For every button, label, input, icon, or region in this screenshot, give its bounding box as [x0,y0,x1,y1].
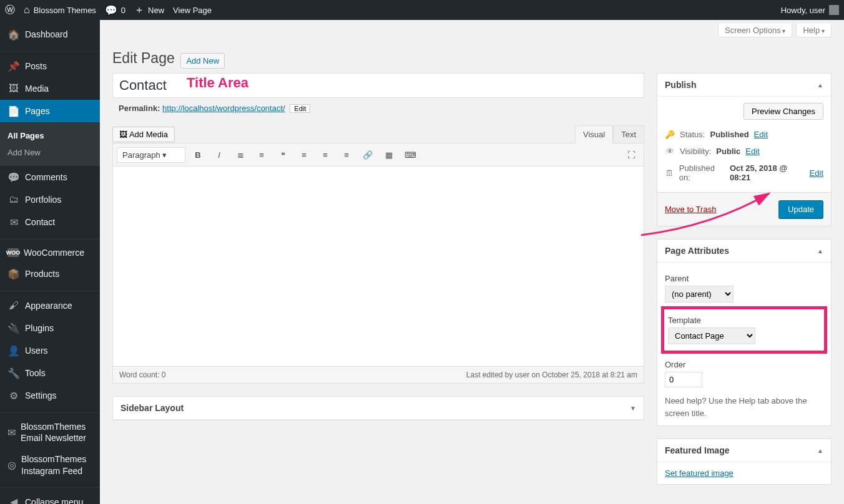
help-tab[interactable]: Help [796,24,832,37]
chevron-up-icon: ▲ [817,82,823,89]
mail-icon: ✉ [7,216,20,228]
sidebar-layout-metabox: Sidebar Layout ▼ [112,396,644,420]
italic-button[interactable]: I [210,146,228,163]
menu-pages[interactable]: 📄Pages [0,100,100,122]
menu-blossom-newsletter[interactable]: ✉BlossomThemes Email Newsletter [0,416,100,448]
admin-sidebar: 🏠Dashboard 📌Posts 🖼Media 📄Pages All Page… [0,20,100,504]
publish-metabox: Publish ▲ Preview Changes 🔑 Status: Publ… [657,73,832,226]
parent-select[interactable]: (no parent) [665,286,734,303]
plug-icon: 🔌 [7,322,20,334]
page-title: Edit Page [112,50,175,67]
publish-visibility-row: 👁 Visibility: Public Edit [665,143,823,160]
preview-changes-button[interactable]: Preview Changes [743,103,823,120]
parent-label: Parent [665,274,823,283]
woo-icon: WOO [7,248,19,257]
blockquote-button[interactable]: ❝ [274,146,292,163]
permalink-edit-button[interactable]: Edit [290,104,310,113]
collapse-icon: ◀ [7,496,20,504]
portfolio-icon: 🗂 [7,193,20,206]
package-icon: 📦 [7,268,20,280]
submenu-pages: All Pages Add New [0,122,100,166]
read-more-button[interactable]: ▦ [380,146,398,163]
update-button[interactable]: Update [778,200,823,218]
editor-tab-text[interactable]: Text [613,125,644,143]
editor-tab-visual[interactable]: Visual [575,125,613,143]
avatar [829,5,839,15]
wp-logo[interactable]: ⓦ [5,4,15,17]
screen-options-tab[interactable]: Screen Options [718,24,792,37]
menu-plugins[interactable]: 🔌Plugins [0,317,100,339]
set-featured-image-link[interactable]: Set featured image [665,468,734,478]
view-page-link[interactable]: View Page [173,6,212,15]
publish-status-row: 🔑 Status: Published Edit [665,126,823,143]
submenu-all-pages[interactable]: All Pages [0,127,100,144]
template-highlight: Template Contact Page [661,306,827,354]
menu-tools[interactable]: 🔧Tools [0,362,100,384]
move-to-trash-link[interactable]: Move to Trash [665,205,716,214]
align-left-button[interactable]: ≡ [295,146,313,163]
menu-contact[interactable]: ✉Contact [0,211,100,233]
submenu-add-new[interactable]: Add New [0,144,100,161]
menu-media[interactable]: 🖼Media [0,77,100,100]
comments-link[interactable]: 💬0 [105,4,125,16]
link-button[interactable]: 🔗 [359,146,376,163]
newsletter-icon: ✉ [7,426,16,439]
title-wrap: Title Area [112,73,644,98]
user-greeting[interactable]: Howdy, user [781,5,839,15]
menu-products[interactable]: 📦Products [0,263,100,285]
menu-posts[interactable]: 📌Posts [0,55,100,77]
new-content-link[interactable]: ＋New [134,4,164,17]
new-label: New [148,6,164,15]
instagram-icon: ◎ [7,459,16,472]
admin-bar: ⓦ ⌂Blossom Themes 💬0 ＋New View Page Howd… [0,0,844,20]
menu-portfolios[interactable]: 🗂Portfolios [0,188,100,211]
featured-image-head[interactable]: Featured Image ▲ [657,439,831,462]
publish-head[interactable]: Publish ▲ [657,74,831,97]
menu-comments[interactable]: 💬Comments [0,166,100,188]
home-icon: ⌂ [24,4,30,16]
eye-icon: 👁 [665,147,675,156]
bold-button[interactable]: B [189,146,207,163]
comment-icon: 💬 [7,171,20,183]
order-input[interactable] [665,372,702,387]
editor-status: Word count: 0 Last edited by user on Oct… [113,366,644,383]
gear-icon: ⚙ [7,389,20,402]
menu-woocommerce[interactable]: WOOWooCommerce [0,243,100,263]
template-select[interactable]: Contact Page [668,327,755,344]
menu-appearance[interactable]: 🖌Appearance [0,294,100,317]
toolbar-toggle-button[interactable]: ⌨ [401,146,419,163]
wrench-icon: 🔧 [7,367,20,379]
format-select[interactable]: Paragraph ▾ [117,147,185,163]
bullet-list-button[interactable]: ≣ [232,146,249,163]
edit-date-link[interactable]: Edit [810,168,823,178]
editor-content[interactable] [113,167,644,366]
add-new-button[interactable]: Add New [180,53,225,69]
align-right-button[interactable]: ≡ [338,146,355,163]
page-attributes-head[interactable]: Page Attributes ▲ [657,240,831,263]
sidebar-layout-head[interactable]: Sidebar Layout ▼ [113,397,644,420]
menu-collapse[interactable]: ◀Collapse menu [0,491,100,504]
key-icon: 🔑 [665,130,675,139]
edit-visibility-link[interactable]: Edit [745,147,759,156]
edit-status-link[interactable]: Edit [754,130,768,139]
add-media-button[interactable]: 🖼 Add Media [112,127,175,142]
align-center-button[interactable]: ≡ [316,146,334,163]
menu-dashboard[interactable]: 🏠Dashboard [0,23,100,46]
site-name-link[interactable]: ⌂Blossom Themes [24,4,96,16]
permalink-row: Permalink: http://localhost/wordpress/co… [112,101,644,120]
attributes-help-text: Need help? Use the Help tab above the sc… [665,395,823,419]
word-count: Word count: 0 [119,371,165,379]
page-icon: 📄 [7,105,20,117]
permalink-link[interactable]: http://localhost/wordpress/contact/ [162,104,285,113]
menu-users[interactable]: 👤Users [0,339,100,362]
order-label: Order [665,360,823,369]
numbered-list-button[interactable]: ≡ [253,146,270,163]
fullscreen-button[interactable]: ⛶ [622,146,640,163]
menu-blossom-instagram[interactable]: ◎BlossomThemes Instagram Feed [0,448,100,481]
calendar-icon: 🗓 [665,168,674,178]
tinymce-toolbar: Paragraph ▾ B I ≣ ≡ ❝ ≡ ≡ ≡ 🔗 ▦ ⌨ ⛶ [113,143,644,167]
menu-settings[interactable]: ⚙Settings [0,384,100,407]
last-edited: Last edited by user on October 25, 2018 … [466,371,637,379]
plus-icon: ＋ [134,4,144,17]
page-title-input[interactable] [113,74,644,97]
